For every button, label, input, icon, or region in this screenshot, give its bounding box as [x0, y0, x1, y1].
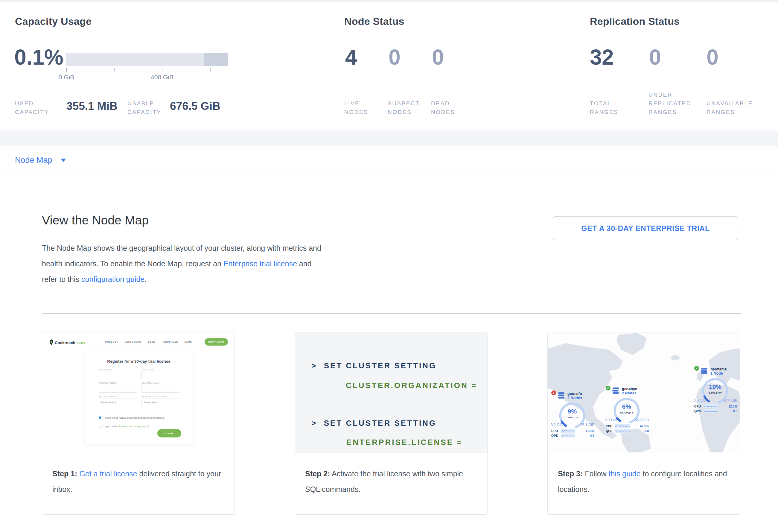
- cockroach-logo-icon: [49, 339, 53, 345]
- field-select: Please Select: [99, 398, 137, 406]
- form-title: Register for a 30-day trial license: [85, 359, 192, 364]
- qps-sparkline: [615, 429, 630, 433]
- checkbox-checked-icon: [99, 416, 101, 419]
- page-top-strip: [0, 0, 778, 2]
- qps-label: QPS: [551, 434, 559, 438]
- cluster-overview-page: Capacity Usage 0.1% 0 GiB 400 GiB USED C…: [0, 0, 778, 532]
- capacity-max: 65.7 GiB: [635, 418, 649, 422]
- brand-labs-text: LABS: [77, 342, 86, 345]
- step-label: Step 1:: [52, 469, 77, 478]
- nav-item: CUSTOMERS: [125, 340, 141, 343]
- form-field: PROJECT PHASEPlease Select: [99, 395, 137, 406]
- capacity-max: 35.1 GiB: [580, 423, 594, 427]
- field-input: [142, 385, 180, 393]
- capacity-min: 3.7 GiB: [605, 418, 617, 422]
- field-label: LAST NAME: [142, 369, 180, 371]
- cpu-sparkline: [704, 404, 718, 408]
- this-guide-link[interactable]: this guide: [609, 469, 641, 478]
- warning-badge-icon: 1: [551, 390, 556, 395]
- step3-card: 1 geo=sfo 2 Nodes 9% CAPACITY 3.2 GiB35.…: [547, 332, 740, 515]
- get-enterprise-trial-button[interactable]: GET A 30-DAY ENTERPRISE TRIAL: [553, 216, 738, 240]
- form-fields: FIRST NAME LAST NAME COMPANY NAME COMPAN…: [99, 369, 180, 406]
- node-map-preview: 1 geo=sfo 2 Nodes 9% CAPACITY 3.2 GiB35.…: [548, 332, 740, 453]
- sql-command: SET CLUSTER SETTING: [324, 419, 437, 428]
- capacity-max: 34.4 GiB: [723, 398, 737, 402]
- cockroach-site-screenshot: Cockroach LABS PRODUCT CUSTOMERS DOCS RE…: [42, 332, 235, 453]
- step2-caption: Step 2: Activate the trial license with …: [295, 453, 487, 497]
- submit-button-image: SUBMIT: [157, 429, 181, 438]
- field-label: REASON FOR INTEREST: [142, 395, 180, 398]
- capacity-usage-title: Capacity Usage: [15, 15, 91, 27]
- node-count: 1 Node: [710, 371, 727, 376]
- qps-value: 4.7: [590, 434, 594, 438]
- suspect-nodes-label: SUSPECT NODES: [388, 99, 425, 117]
- mini-site-nav: Cockroach LABS PRODUCT CUSTOMERS DOCS RE…: [42, 332, 235, 351]
- unavailable-ranges-value: 0: [706, 45, 718, 69]
- caption-text: Follow: [583, 469, 608, 478]
- replication-status-title: Replication Status: [590, 15, 680, 27]
- cluster-sfo: 1 geo=sfo 2 Nodes 9% CAPACITY 3.2 GiB35.…: [551, 392, 596, 440]
- mini-site-nav-items: PRODUCT CUSTOMERS DOCS RESOURCES BLOG DO…: [105, 338, 235, 346]
- step1-thumbnail: Cockroach LABS PRODUCT CUSTOMERS DOCS RE…: [42, 332, 235, 453]
- cluster-ams: ✓ geo=ams 1 Node 10% CAPACITY 3.6 GiB34.…: [694, 367, 738, 415]
- under-replicated-ranges-label: UNDER-REPLICATED RANGES: [648, 90, 702, 117]
- section-gap: [0, 131, 778, 146]
- capacity-tick-label-0: 0 GiB: [55, 74, 78, 81]
- field-input: [99, 385, 137, 393]
- enterprise-trial-license-link[interactable]: Enterprise trial license: [223, 259, 297, 268]
- cluster-nyc: ✓ geo=nyc 2 Nodes 6% CAPACITY 3.7 GiB65.…: [605, 387, 650, 435]
- capacity-bar: [66, 53, 228, 66]
- trial-registration-form-image: Register for a 30-day trial license FIRS…: [85, 351, 193, 444]
- form-field: REASON FOR INTERESTPlease Select: [142, 395, 180, 406]
- cluster-title: geo=nyc 2 Nodes: [622, 387, 637, 395]
- cpu-row: CPU12.3%: [694, 404, 737, 408]
- total-ranges-value: 32: [590, 45, 614, 69]
- used-capacity-label: USED CAPACITY: [15, 99, 60, 117]
- form-field: LAST NAME: [142, 369, 180, 379]
- database-icon: [701, 368, 708, 374]
- cluster-title: geo=ams 1 Node: [710, 367, 727, 376]
- step1-card: Cockroach LABS PRODUCT CUSTOMERS DOCS RE…: [42, 332, 235, 515]
- prompt-glyph: >: [311, 419, 317, 428]
- nav-item: DOCS: [148, 340, 155, 343]
- nav-item: PRODUCT: [105, 340, 118, 343]
- label-text: I agree to the: [103, 425, 118, 428]
- step2-card: > SET CLUSTER SETTING CLUSTER.ORGANIZATI…: [295, 332, 487, 515]
- qps-value: 0.0: [644, 429, 649, 433]
- capacity-label: CAPACITY: [612, 411, 641, 414]
- locality-name: geo=nyc: [622, 387, 637, 391]
- field-select: Please Select: [142, 398, 180, 406]
- node-map-dropdown-label: Node Map: [15, 156, 52, 165]
- qps-sparkline: [561, 434, 575, 438]
- cluster-title: geo=sfo 2 Nodes: [567, 392, 582, 400]
- capacity-percent: 9%: [558, 408, 587, 415]
- usable-capacity-value: 676.5 GiB: [170, 100, 221, 112]
- capacity-tick: [210, 68, 211, 72]
- dead-nodes-value: 0: [432, 45, 444, 69]
- page-title: View the Node Map: [42, 213, 149, 227]
- form-field: FIRST NAME: [99, 369, 137, 379]
- cpu-sparkline: [561, 429, 575, 433]
- field-label: PROJECT PHASE: [99, 395, 137, 398]
- cluster-header: ✓ geo=nyc 2 Nodes: [606, 387, 650, 395]
- chevron-down-icon: [61, 159, 66, 162]
- description-text: .: [145, 275, 147, 283]
- get-trial-license-link[interactable]: Get a trial license: [79, 469, 137, 478]
- under-replicated-ranges-value: 0: [649, 45, 661, 69]
- qps-row: QPS0.0: [694, 409, 737, 413]
- cpu-label: CPU: [551, 429, 559, 433]
- capacity-used-percent: 0.1%: [14, 45, 63, 69]
- checkbox-icon: [99, 425, 101, 428]
- healthy-badge-icon: ✓: [606, 386, 611, 390]
- configuration-guide-link[interactable]: configuration guide: [81, 275, 145, 283]
- checkbox-label: I would like to receive email updates ab…: [103, 416, 165, 419]
- field-input: [142, 372, 180, 379]
- capacity-range: 3.6 GiB34.4 GiB: [694, 398, 737, 402]
- suspect-nodes-value: 0: [389, 45, 400, 69]
- capacity-min: 3.2 GiB: [551, 423, 563, 427]
- node-map-dropdown[interactable]: Node Map: [15, 146, 66, 174]
- database-icon: [612, 387, 619, 394]
- step3-caption: Step 3: Follow this guide to configure l…: [548, 453, 740, 497]
- cpu-value: 42.5%: [640, 424, 649, 428]
- qps-label: QPS: [694, 409, 702, 413]
